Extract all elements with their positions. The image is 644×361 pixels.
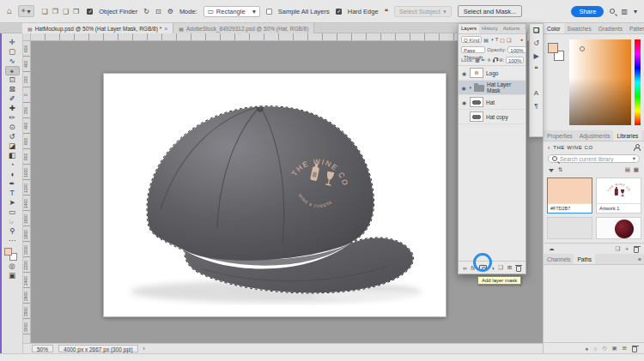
- object-selection-tool[interactable]: ⌖: [5, 66, 20, 75]
- back-icon[interactable]: ‹: [548, 145, 550, 151]
- panel-menu-icon[interactable]: ≡: [635, 254, 644, 264]
- history-brush-tool[interactable]: ↺: [5, 132, 20, 141]
- eyedropper-tool[interactable]: ✐: [5, 94, 20, 104]
- chevron-down-icon[interactable]: ▾: [633, 155, 635, 162]
- filter-adjustment-layers-icon[interactable]: ◑: [490, 37, 494, 42]
- add-selection-icon[interactable]: ❐: [51, 7, 60, 16]
- library-item-artwork[interactable]: THE WINE CO Artwork 1: [596, 177, 641, 214]
- active-tool-preset[interactable]: ⌖ ▾: [18, 5, 34, 17]
- tab-actions[interactable]: Actions: [501, 24, 523, 33]
- type-tool[interactable]: T: [5, 189, 20, 198]
- dodge-tool[interactable]: ◖: [5, 170, 20, 179]
- library-item-wine-photo[interactable]: [596, 217, 641, 239]
- library-search-field[interactable]: Search current library ▾: [548, 154, 640, 163]
- chevron-down-icon[interactable]: ▾: [634, 8, 637, 15]
- tab-layers[interactable]: Layers: [459, 24, 479, 33]
- visibility-eye-icon[interactable]: ◉: [461, 70, 467, 76]
- foreground-color-swatch[interactable]: [4, 248, 12, 256]
- healing-brush-tool[interactable]: ✚: [5, 104, 20, 113]
- filter-type-layers-icon[interactable]: T: [495, 37, 499, 42]
- character-panel-icon[interactable]: A: [534, 90, 538, 97]
- layer-thumbnail[interactable]: [470, 68, 483, 78]
- tab-libraries[interactable]: Libraries: [613, 130, 641, 141]
- filter-pixel-layers-icon[interactable]: ▤: [483, 37, 489, 43]
- zoom-level[interactable]: 50%: [32, 345, 53, 352]
- blend-mode-dropdown[interactable]: Pass Through: [461, 46, 485, 53]
- object-finder-checkbox[interactable]: [87, 9, 93, 15]
- filter-kind-dropdown[interactable]: Q Kind: [461, 36, 482, 43]
- tab-swatches[interactable]: Swatches: [564, 23, 595, 33]
- cloud-sync-icon[interactable]: ☁: [549, 245, 555, 252]
- intersect-selection-icon[interactable]: ❒: [71, 7, 81, 16]
- opacity-dropdown[interactable]: 100%: [507, 46, 526, 53]
- add-element-icon[interactable]: +: [625, 246, 629, 252]
- toolbar-color-swatches[interactable]: [4, 248, 20, 262]
- tab-channels[interactable]: Channels: [544, 254, 574, 264]
- shape-tool[interactable]: ▭: [5, 208, 20, 217]
- brush-tool[interactable]: ✏: [5, 113, 20, 123]
- hue-slider[interactable]: [635, 39, 641, 125]
- search-icon[interactable]: [610, 9, 615, 14]
- grid-view-icon[interactable]: ▦: [634, 166, 639, 173]
- document-tab-hatmockup[interactable]: ▤ HatMockup.psd @ 50% (Hat Layer Mask, R…: [22, 23, 173, 33]
- foreground-color-swatch[interactable]: [548, 43, 558, 53]
- adjustment-layer-icon[interactable]: ◑: [491, 265, 495, 271]
- group-expander-icon[interactable]: ▾: [469, 85, 471, 90]
- library-item-gray-swatch[interactable]: [547, 217, 592, 239]
- paragraph-panel-icon[interactable]: ¶: [534, 103, 538, 110]
- tab-properties[interactable]: Properties: [544, 130, 576, 141]
- select-and-mask-button[interactable]: Select and Mask...: [458, 5, 523, 17]
- saturation-brightness-field[interactable]: [569, 39, 631, 125]
- sample-all-layers-checkbox[interactable]: [266, 9, 272, 15]
- blur-tool[interactable]: ◔: [5, 160, 20, 170]
- layer-row-hat-copy[interactable]: ◉ Hat copy: [459, 110, 526, 124]
- new-layer-icon[interactable]: ⊞: [507, 264, 512, 271]
- clone-stamp-tool[interactable]: ⊙: [5, 123, 20, 132]
- layer-row-hat[interactable]: ◉ Hat: [459, 95, 526, 110]
- lock-all-icon[interactable]: [493, 59, 495, 63]
- layer-style-fx-icon[interactable]: fx: [471, 265, 475, 271]
- select-subject-button[interactable]: Select Subject ▾: [394, 6, 452, 17]
- quick-mask-icon[interactable]: ◎: [9, 262, 15, 271]
- subtract-selection-icon[interactable]: ❑: [61, 7, 70, 16]
- lock-move-icon[interactable]: ✛: [487, 57, 491, 63]
- marquee-tool[interactable]: ▢: [5, 47, 20, 57]
- tab-paths[interactable]: Paths: [574, 254, 595, 264]
- hand-tool[interactable]: ☞: [5, 217, 20, 226]
- fill-dropdown[interactable]: 100%: [506, 57, 524, 63]
- layers-panel-icon[interactable]: ❏: [533, 27, 539, 34]
- screen-mode-icon[interactable]: ▣: [9, 271, 15, 280]
- workspace-icon[interactable]: ▥: [621, 8, 628, 15]
- show-all-objects-icon[interactable]: ⊡: [155, 8, 161, 15]
- comments-panel-icon[interactable]: ❝: [534, 66, 538, 73]
- group-folder-icon[interactable]: [474, 85, 484, 92]
- tab-color[interactable]: Color: [544, 23, 564, 33]
- pen-tool[interactable]: ✒: [5, 179, 20, 189]
- tab-patterns[interactable]: Patterns: [626, 23, 644, 33]
- filter-toggle-icon[interactable]: ●: [520, 37, 523, 42]
- delete-layer-icon[interactable]: [516, 266, 521, 272]
- filter-shape-layers-icon[interactable]: ▢: [500, 37, 505, 43]
- actions-panel-icon[interactable]: ▶: [533, 53, 538, 60]
- list-view-icon[interactable]: ▤: [625, 166, 630, 173]
- load-selection-icon[interactable]: ◇: [602, 345, 606, 352]
- zoom-tool[interactable]: ⚲: [5, 226, 20, 236]
- stroke-path-icon[interactable]: ○: [593, 346, 597, 352]
- new-selection-icon[interactable]: ❏: [40, 7, 50, 16]
- document-tab-adobestock[interactable]: ▤ AdobeStock_84929312.psd @ 50% (Hat, RG…: [173, 23, 314, 33]
- delete-element-icon[interactable]: [634, 247, 639, 253]
- add-layer-mask-icon[interactable]: [479, 265, 487, 271]
- home-icon[interactable]: ⌂: [7, 7, 12, 15]
- tab-comments[interactable]: Comments: [522, 24, 526, 33]
- history-panel-icon[interactable]: ↺: [533, 40, 539, 47]
- crop-tool[interactable]: ⊡: [5, 75, 20, 85]
- tab-adjustments[interactable]: Adjustments: [576, 130, 614, 141]
- make-mask-icon[interactable]: ▣: [611, 345, 617, 352]
- mode-dropdown[interactable]: ▭ Rectangle ▾: [204, 6, 260, 17]
- gradient-tool[interactable]: ◧: [5, 151, 20, 160]
- delete-path-icon[interactable]: [632, 346, 637, 352]
- close-icon[interactable]: ×: [164, 26, 167, 32]
- link-layers-icon[interactable]: ∞: [463, 265, 467, 271]
- filter-smart-objects-icon[interactable]: ❏: [507, 37, 511, 43]
- layer-thumbnail[interactable]: [470, 111, 483, 122]
